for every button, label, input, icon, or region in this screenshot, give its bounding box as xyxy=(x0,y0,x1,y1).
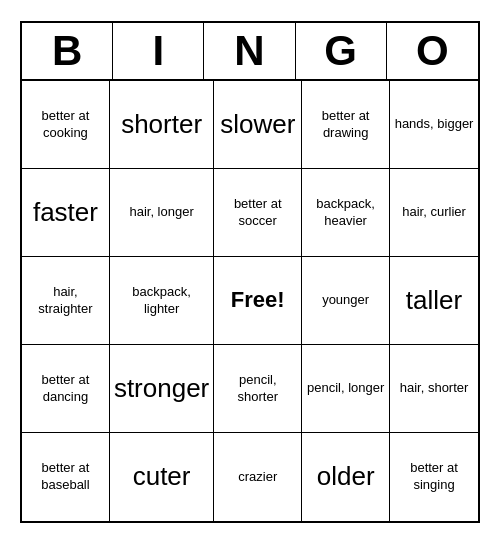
bingo-cell: better at baseball xyxy=(22,433,110,521)
bingo-cell: cuter xyxy=(110,433,214,521)
bingo-cell: better at soccer xyxy=(214,169,302,257)
bingo-cell: pencil, longer xyxy=(302,345,390,433)
header-letter: G xyxy=(296,23,387,79)
bingo-cell: crazier xyxy=(214,433,302,521)
bingo-cell: taller xyxy=(390,257,478,345)
bingo-cell: better at singing xyxy=(390,433,478,521)
bingo-cell: slower xyxy=(214,81,302,169)
header-letter: B xyxy=(22,23,113,79)
bingo-cell: stronger xyxy=(110,345,214,433)
bingo-cell: faster xyxy=(22,169,110,257)
bingo-header: BINGO xyxy=(22,23,478,81)
bingo-cell: backpack, heavier xyxy=(302,169,390,257)
bingo-cell: backpack, lighter xyxy=(110,257,214,345)
bingo-cell: shorter xyxy=(110,81,214,169)
bingo-cell: hair, straighter xyxy=(22,257,110,345)
bingo-cell: hair, longer xyxy=(110,169,214,257)
bingo-cell: hair, curlier xyxy=(390,169,478,257)
free-cell: Free! xyxy=(214,257,302,345)
bingo-grid: better at cookingshorterslowerbetter at … xyxy=(22,81,478,521)
bingo-cell: hands, bigger xyxy=(390,81,478,169)
header-letter: O xyxy=(387,23,478,79)
bingo-cell: pencil, shorter xyxy=(214,345,302,433)
bingo-cell: better at dancing xyxy=(22,345,110,433)
bingo-cell: younger xyxy=(302,257,390,345)
bingo-cell: better at cooking xyxy=(22,81,110,169)
bingo-card: BINGO better at cookingshorterslowerbett… xyxy=(20,21,480,523)
bingo-cell: older xyxy=(302,433,390,521)
header-letter: I xyxy=(113,23,204,79)
header-letter: N xyxy=(204,23,295,79)
bingo-cell: hair, shorter xyxy=(390,345,478,433)
bingo-cell: better at drawing xyxy=(302,81,390,169)
